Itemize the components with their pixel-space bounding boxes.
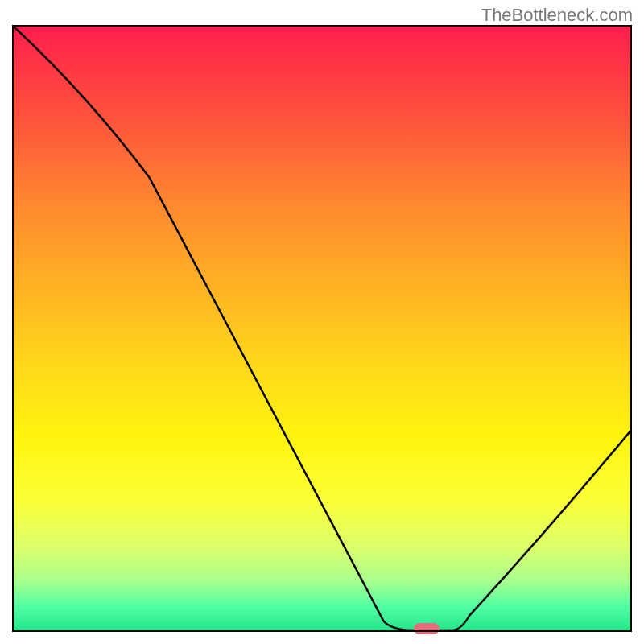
chart-container: TheBottleneck.com [0,0,644,644]
watermark-text: TheBottleneck.com [481,5,633,26]
chart-marker [414,623,440,634]
chart-curve [14,27,630,630]
